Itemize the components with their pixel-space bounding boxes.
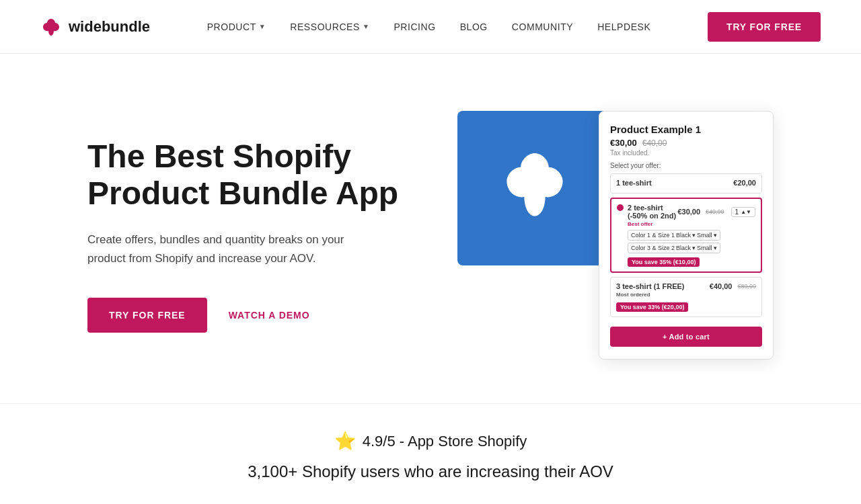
offer-2-save-badge: You save 35% (€10,00) [628, 257, 700, 267]
offer-3-save-badge: You save 33% (€20,00) [616, 302, 688, 312]
brand-name: widebundle [69, 18, 150, 36]
hero-description: Create offers, bundles and quantity brea… [87, 230, 370, 268]
offer-3-price-strike: €80,00 [737, 283, 756, 290]
product-logo-icon [491, 144, 578, 232]
nav-blog[interactable]: BLOG [460, 22, 488, 32]
hero-title: The Best Shopify Product Bundle App [87, 138, 410, 212]
radio-selected-icon [617, 204, 624, 211]
offer-option-1[interactable]: 1 tee-shirt €20,00 [610, 173, 762, 194]
color-select-1[interactable]: Color 1 & Size 1 Black ▾ Small ▾ [628, 230, 720, 241]
hero-visual: Product Example 1 €30,00 €40,00 Tax incl… [457, 111, 774, 360]
hero-content: The Best Shopify Product Bundle App Crea… [87, 138, 410, 333]
product-card-mockup: Product Example 1 €30,00 €40,00 Tax incl… [599, 111, 774, 360]
hero-try-free-button[interactable]: TRY FOR FREE [87, 298, 207, 333]
rating-text: 4.9/5 - App Store Shopify [363, 433, 527, 450]
product-price-current: €30,00 [610, 138, 637, 148]
ressources-chevron-icon: ▼ [363, 23, 369, 30]
rating-row: ⭐ 4.9/5 - App Store Shopify [40, 431, 821, 452]
offer-1-label: 1 tee-shirt [616, 179, 652, 187]
most-ordered-badge: Most ordered [616, 292, 756, 298]
offer-2-label: 2 tee-shirt (-50% on 2nd) [628, 204, 677, 220]
product-price-row: €30,00 €40,00 [610, 138, 762, 148]
nav-ressources[interactable]: RESSOURCES ▼ [290, 22, 369, 32]
product-card-title: Product Example 1 [610, 124, 762, 135]
offer-3-price: €40,00 [710, 282, 733, 290]
product-tax-text: Tax included. [610, 149, 762, 157]
offer-2-selects-2: Color 3 & Size 2 Black ▾ Small ▾ [628, 243, 755, 253]
offer-3-label: 3 tee-shirt (1 FREE) [616, 282, 684, 290]
product-chevron-icon: ▼ [259, 23, 266, 30]
header-try-free-button[interactable]: TRY FOR FREE [708, 12, 821, 42]
hero-section: The Best Shopify Product Bundle App Crea… [0, 54, 861, 403]
main-nav: PRODUCT ▼ RESSOURCES ▼ PRICING BLOG COMM… [207, 22, 651, 32]
offer-2-price: €30,00 [677, 208, 700, 216]
logo-icon [40, 16, 62, 38]
quantity-value: 1 [735, 208, 739, 216]
offer-2-selects: Color 1 & Size 1 Black ▾ Small ▾ [628, 230, 755, 241]
hero-buttons: TRY FOR FREE WATCH A DEMO [87, 298, 410, 333]
quantity-arrows: ▲▼ [741, 209, 751, 215]
star-icon: ⭐ [334, 431, 356, 452]
nav-pricing[interactable]: PRICING [394, 22, 435, 32]
offer-option-3[interactable]: 3 tee-shirt (1 FREE) €40,00 €80,00 Most … [610, 277, 762, 317]
nav-community[interactable]: COMMUNITY [512, 22, 573, 32]
nav-helpdesk[interactable]: HELPDESK [597, 22, 650, 32]
offer-2-price-strike: €40,00 [706, 208, 724, 215]
select-offer-label: Select your offer: [610, 162, 762, 169]
nav-product[interactable]: PRODUCT ▼ [207, 22, 266, 32]
product-price-original: €40,00 [642, 138, 667, 148]
best-offer-badge: Best offer [628, 221, 755, 227]
offer-option-2[interactable]: 2 tee-shirt (-50% on 2nd) €30,00 €40,00 … [610, 198, 762, 273]
add-to-cart-button[interactable]: + Add to cart [610, 327, 762, 347]
product-image-block [457, 111, 612, 265]
color-select-2[interactable]: Color 3 & Size 2 Black ▾ Small ▾ [628, 243, 720, 253]
hero-watch-demo-link[interactable]: WATCH A DEMO [229, 310, 310, 321]
header: widebundle PRODUCT ▼ RESSOURCES ▼ PRICIN… [0, 0, 861, 54]
logo[interactable]: widebundle [40, 16, 150, 38]
users-text: 3,100+ Shopify users who are increasing … [40, 462, 821, 481]
offer-1-price: €20,00 [733, 179, 756, 187]
social-proof-section: ⭐ 4.9/5 - App Store Shopify 3,100+ Shopi… [0, 403, 861, 504]
